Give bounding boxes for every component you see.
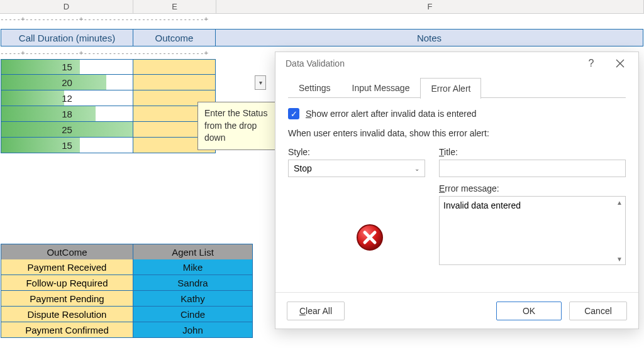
tab-settings[interactable]: Settings <box>288 77 341 98</box>
col-header-F[interactable]: F <box>216 0 644 14</box>
duration-cell[interactable]: 15 <box>1 138 133 153</box>
error-message-label: Error message: <box>439 183 626 193</box>
header-row: Call Duration (minutes) Outcome Notes <box>1 29 643 45</box>
duration-cell[interactable]: 15 <box>1 59 133 75</box>
scroll-down-icon[interactable]: ▼ <box>614 254 625 264</box>
table-row: 12 <box>1 90 216 106</box>
scroll-up-icon[interactable]: ▲ <box>614 197 625 207</box>
data-bar <box>1 106 96 121</box>
duration-cell[interactable]: 12 <box>1 90 133 106</box>
table-row: Dispute Resolution Cinde <box>1 307 253 322</box>
stop-error-icon <box>355 223 384 254</box>
dialog-title: Data Validation <box>286 58 345 68</box>
instruction-text: When user enters invalid data, show this… <box>288 128 626 138</box>
outcome-cell[interactable] <box>133 59 216 75</box>
header-call-duration[interactable]: Call Duration (minutes) <box>1 29 133 46</box>
tab-input-message[interactable]: Input Message <box>341 77 421 98</box>
outcome-cell[interactable] <box>133 75 216 90</box>
chevron-down-icon: ⌄ <box>414 165 419 172</box>
table-row: 20 <box>1 75 216 90</box>
outcome-option[interactable]: Follow-up Required <box>1 275 133 291</box>
title-label: Title: <box>439 147 626 157</box>
column-headers: D E F <box>0 0 644 14</box>
header-notes[interactable]: Notes <box>216 29 643 46</box>
duration-cell[interactable]: 20 <box>1 75 133 90</box>
show-error-alert-checkbox[interactable]: ✓ <box>288 108 299 119</box>
lower-header-agent[interactable]: Agent List <box>133 244 253 260</box>
duration-value: 15 <box>62 62 72 72</box>
lower-header-outcome[interactable]: OutCome <box>1 244 133 260</box>
table-row: 15 <box>1 59 216 75</box>
data-bar <box>1 90 64 106</box>
ruler-mid: -----+-------------+--------------------… <box>0 49 218 57</box>
show-error-alert-label: Show error alert after invalid data is e… <box>306 109 477 119</box>
agent-name[interactable]: Cinde <box>133 307 253 322</box>
dialog-tabs: Settings Input Message Error Alert <box>288 77 626 98</box>
header-outcome[interactable]: Outcome <box>133 29 216 46</box>
duration-value: 25 <box>62 124 72 135</box>
outcome-option[interactable]: Payment Received <box>1 259 133 275</box>
outcome-option[interactable]: Payment Pending <box>1 291 133 307</box>
data-validation-dialog: Data Validation ? Settings Input Message… <box>275 52 639 329</box>
clear-all-button[interactable]: Clear All <box>287 302 345 320</box>
agent-name[interactable]: Mike <box>133 259 253 275</box>
lower-header-row: OutCome Agent List <box>1 244 253 259</box>
input-message-tooltip: Enter the Status from the drop down <box>197 102 280 150</box>
cancel-button[interactable]: Cancel <box>569 302 627 320</box>
duration-value: 15 <box>62 140 72 151</box>
col-header-D[interactable]: D <box>0 0 133 14</box>
outcome-option[interactable]: Dispute Resolution <box>1 307 133 322</box>
duration-value: 18 <box>62 109 72 119</box>
duration-cell[interactable]: 18 <box>1 106 133 122</box>
style-value: Stop <box>294 163 312 173</box>
agent-name[interactable]: John <box>133 322 253 338</box>
ok-button[interactable]: OK <box>496 302 562 320</box>
duration-value: 20 <box>62 77 72 88</box>
table-row: Payment Received Mike <box>1 259 253 275</box>
agent-name[interactable]: Kathy <box>133 291 253 307</box>
title-input[interactable] <box>439 160 626 177</box>
tab-error-alert[interactable]: Error Alert <box>420 78 481 99</box>
close-icon <box>616 59 625 68</box>
table-row: 18 <box>1 106 216 122</box>
style-label: Style: <box>288 147 425 157</box>
dialog-footer: Clear All OK Cancel <box>275 292 638 329</box>
style-select[interactable]: Stop ⌄ <box>288 160 425 177</box>
table-row: Payment Pending Kathy <box>1 291 253 307</box>
data-bar <box>1 75 106 90</box>
table-row: 25 <box>1 122 216 138</box>
outcome-option[interactable]: Payment Confirmed <box>1 322 133 338</box>
dropdown-arrow-icon[interactable]: ▾ <box>255 75 266 90</box>
table-row: 15 <box>1 138 216 153</box>
table-row: Payment Confirmed John <box>1 322 253 338</box>
help-button[interactable]: ? <box>577 53 606 73</box>
agent-name[interactable]: Sandra <box>133 275 253 291</box>
duration-value: 12 <box>62 93 72 104</box>
ruler-top: -----+-------------+--------------------… <box>0 15 218 23</box>
table-row: Follow-up Required Sandra <box>1 275 253 291</box>
error-message-textarea[interactable]: Invalid data entered <box>439 196 626 265</box>
col-header-E[interactable]: E <box>133 0 216 14</box>
dialog-titlebar[interactable]: Data Validation ? <box>275 52 638 75</box>
close-button[interactable] <box>606 53 635 73</box>
duration-cell[interactable]: 25 <box>1 122 133 138</box>
